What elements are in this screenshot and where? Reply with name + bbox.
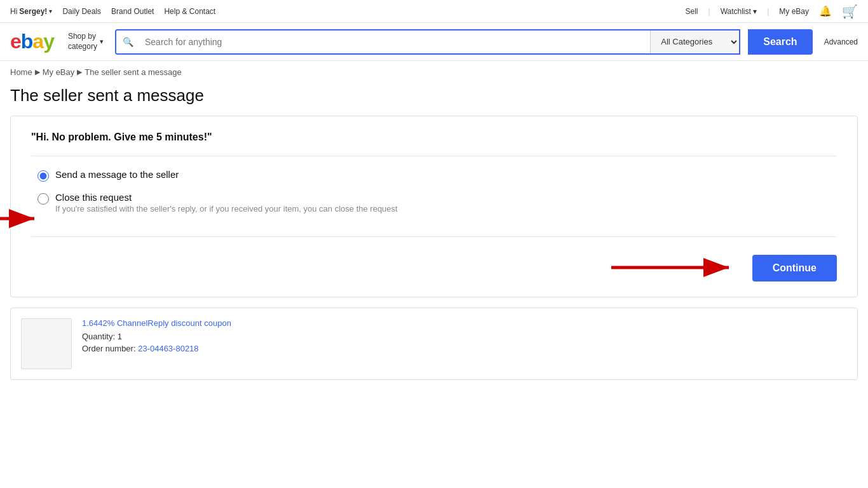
chevron-down-icon[interactable]: ▾ xyxy=(49,8,52,15)
option-send-message-row: Send a message to the seller xyxy=(37,169,837,182)
order-number-label: Order number: xyxy=(82,344,138,353)
ebay-logo[interactable]: ebay xyxy=(10,30,54,53)
annotation-arrow-continue xyxy=(611,255,738,280)
top-nav-right: Sell | Watchlist ▾ | My eBay 🔔 🛒 xyxy=(685,4,858,19)
breadcrumb-current: The seller sent a message xyxy=(85,67,181,77)
option-close-request-row: Close this request If you're satisfied w… xyxy=(37,192,837,214)
breadcrumb-home[interactable]: Home xyxy=(10,67,32,77)
close-request-label[interactable]: Close this request xyxy=(55,192,132,203)
order-info: 1.6442% ChannelReply discount coupon Qua… xyxy=(82,318,231,353)
annotation-arrow-left xyxy=(0,180,41,231)
top-navigation: Hi Sergey! ▾ Daily Deals Brand Outlet He… xyxy=(0,0,868,23)
advanced-search-link[interactable]: Advanced xyxy=(824,37,858,46)
breadcrumb: Home ▶ My eBay ▶ The seller sent a messa… xyxy=(0,61,868,83)
greeting-hi: Hi xyxy=(10,7,17,16)
continue-button[interactable]: Continue xyxy=(752,255,837,281)
breadcrumb-arrow-1: ▶ xyxy=(35,68,40,76)
breadcrumb-my-ebay[interactable]: My eBay xyxy=(43,67,75,77)
category-select[interactable]: All Categories xyxy=(650,30,739,53)
close-request-description: If you're satisfied with the seller's re… xyxy=(55,204,398,214)
sell-link[interactable]: Sell xyxy=(685,7,698,16)
continue-area: Continue xyxy=(31,250,837,281)
daily-deals-link[interactable]: Daily Deals xyxy=(62,7,101,16)
order-thumbnail xyxy=(21,318,72,369)
cart-icon[interactable]: 🛒 xyxy=(842,4,858,19)
order-number-link[interactable]: 23-04463-80218 xyxy=(138,344,198,353)
help-contact-link[interactable]: Help & Contact xyxy=(164,7,215,16)
watchlist-link[interactable]: Watchlist ▾ xyxy=(721,7,757,16)
main-card: "Hi. No problem. Give me 5 minutes!" Sen… xyxy=(10,116,858,297)
search-button[interactable]: Search xyxy=(748,29,812,55)
options-section: Send a message to the seller Close this … xyxy=(31,169,837,237)
shop-by-category-button[interactable]: Shop bycategory ▾ xyxy=(64,29,107,54)
notification-bell-icon[interactable]: 🔔 xyxy=(819,5,832,17)
send-message-label[interactable]: Send a message to the seller xyxy=(55,169,179,180)
username: Sergey! xyxy=(19,7,47,16)
search-icon: 🔍 xyxy=(116,30,140,53)
greeting: Hi Sergey! ▾ xyxy=(10,7,52,16)
breadcrumb-arrow-2: ▶ xyxy=(77,68,82,76)
site-header: ebay Shop bycategory ▾ 🔍 All Categories … xyxy=(0,23,868,61)
coupon-link[interactable]: 1.6442% ChannelReply discount coupon xyxy=(82,318,231,328)
page-title: The seller sent a message xyxy=(0,83,868,116)
my-ebay-link[interactable]: My eBay xyxy=(779,7,809,16)
search-bar: 🔍 All Categories xyxy=(115,29,740,55)
order-quantity: Quantity: 1 xyxy=(82,332,231,341)
search-input[interactable] xyxy=(140,30,650,53)
brand-outlet-link[interactable]: Brand Outlet xyxy=(111,7,154,16)
top-nav-left: Hi Sergey! ▾ Daily Deals Brand Outlet He… xyxy=(10,7,215,16)
seller-message: "Hi. No problem. Give me 5 minutes!" xyxy=(31,132,837,156)
shop-by-chevron-icon: ▾ xyxy=(100,37,104,46)
order-number-row: Order number: 23-04463-80218 xyxy=(82,344,231,353)
shop-by-category-label: Shop bycategory xyxy=(68,32,97,51)
order-card: 1.6442% ChannelReply discount coupon Qua… xyxy=(10,308,858,380)
